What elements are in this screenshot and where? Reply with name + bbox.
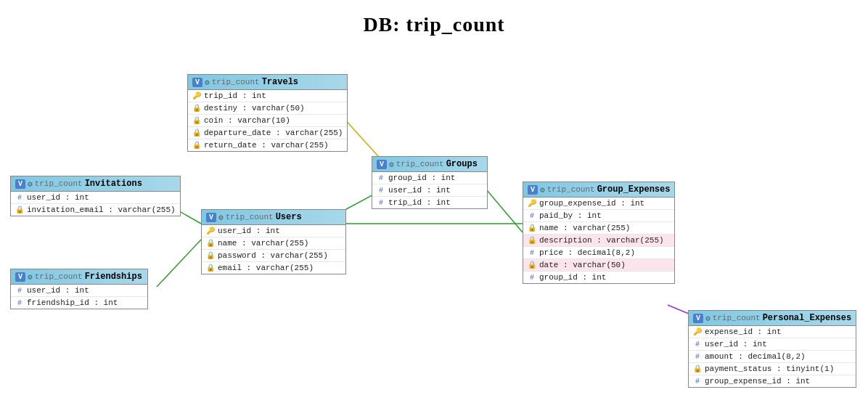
table-row: 🔒 name : varchar(255)	[202, 237, 345, 250]
field-text: coin : varchar(10)	[204, 116, 290, 125]
hash-icon: #	[15, 299, 24, 307]
table-row: 🔒 password : varchar(255)	[202, 250, 345, 262]
table-name: Group_Expenses	[597, 184, 671, 195]
gear-icon: ⚙	[540, 185, 545, 195]
field-text: return_date : varchar(255)	[204, 141, 329, 150]
table-row: # group_id : int	[523, 272, 674, 283]
schema-name: trip_count	[547, 185, 595, 194]
gear-icon: ⚙	[205, 78, 210, 87]
table-row: # friendship_id : int	[11, 297, 147, 309]
table-row: 🔒 date : varchar(50)	[523, 259, 674, 272]
hash-icon: #	[15, 194, 24, 202]
schema-name: trip_count	[396, 160, 444, 168]
field-text: user_id : int	[218, 227, 280, 235]
lock-icon: 🔒	[15, 205, 24, 214]
v-badge: V	[206, 213, 216, 222]
field-text: password : varchar(255)	[218, 251, 328, 260]
hash-icon: #	[377, 174, 385, 182]
field-text: payment_status : tinyint(1)	[705, 365, 834, 373]
table-row: # user_id : int	[372, 184, 487, 197]
hash-icon: #	[528, 274, 536, 282]
field-text: amount : decimal(8,2)	[705, 352, 806, 361]
field-text: user_id : int	[388, 186, 451, 195]
lock-icon: 🔒	[693, 365, 702, 373]
table-row: # group_id : int	[372, 172, 487, 184]
table-name: Personal_Expenses	[763, 313, 851, 323]
hash-icon: #	[377, 187, 385, 195]
table-row: # user_id : int	[689, 338, 856, 351]
field-text: description : varchar(255)	[539, 236, 664, 245]
v-badge: V	[528, 185, 538, 195]
group-expenses-header: V ⚙ trip_count Group_Expenses	[523, 182, 674, 198]
gear-icon: ⚙	[218, 213, 224, 222]
table-row: 🔒 name : varchar(255)	[523, 222, 674, 235]
gear-icon: ⚙	[28, 272, 33, 282]
schema-name: trip_count	[35, 179, 83, 188]
schema-name: trip_count	[35, 272, 83, 281]
hash-icon: #	[528, 249, 536, 257]
table-name: Users	[276, 212, 302, 222]
hash-icon: #	[693, 341, 702, 349]
hash-icon: #	[693, 353, 702, 361]
table-name: Invitations	[85, 179, 142, 189]
table-row: 🔒 payment_status : tinyint(1)	[689, 363, 856, 375]
invitations-header: V ⚙ trip_count Invitations	[11, 176, 180, 192]
friendships-header: V ⚙ trip_count Friendships	[11, 269, 147, 285]
page-title: DB: trip_count	[0, 0, 868, 36]
v-badge: V	[693, 314, 703, 323]
field-text: departure_date : varchar(255)	[204, 129, 343, 137]
table-row: # price : decimal(8,2)	[523, 247, 674, 259]
hash-icon: #	[528, 212, 536, 220]
schema-name: trip_count	[713, 314, 761, 322]
table-row: 🔑 group_expense_id : int	[523, 198, 674, 210]
table-row: 🔒 coin : varchar(10)	[188, 115, 347, 127]
diagram-area: V ⚙ trip_count Travels 🔑 trip_id : int 🔒…	[0, 44, 868, 395]
lock-icon: 🔒	[192, 104, 201, 113]
table-row: 🔒 destiny : varchar(50)	[188, 102, 347, 115]
key-icon: 🔑	[528, 199, 536, 208]
table-name: Travels	[262, 77, 298, 87]
lock-icon: 🔒	[528, 236, 536, 245]
users-header: V ⚙ trip_count Users	[202, 210, 345, 225]
groups-table: V ⚙ trip_count Groups # group_id : int #…	[372, 156, 488, 209]
v-badge: V	[15, 272, 25, 282]
gear-icon: ⚙	[389, 160, 394, 169]
field-text: name : varchar(255)	[218, 239, 308, 248]
travels-table: V ⚙ trip_count Travels 🔑 trip_id : int 🔒…	[187, 74, 348, 152]
lock-icon: 🔒	[192, 116, 201, 125]
friendships-table: V ⚙ trip_count Friendships # user_id : i…	[10, 269, 148, 309]
personal-expenses-header: V ⚙ trip_count Personal_Expenses	[689, 311, 856, 326]
lock-icon: 🔒	[528, 224, 536, 232]
key-icon: 🔑	[192, 91, 201, 100]
hash-icon: #	[15, 287, 24, 295]
gear-icon: ⚙	[28, 179, 33, 189]
v-badge: V	[192, 78, 202, 87]
travels-header: V ⚙ trip_count Travels	[188, 75, 347, 90]
field-text: price : decimal(8,2)	[539, 248, 635, 257]
table-row: # user_id : int	[11, 192, 180, 204]
field-text: group_expense_id : int	[539, 199, 644, 208]
key-icon: 🔑	[693, 327, 702, 336]
field-text: name : varchar(255)	[539, 224, 630, 232]
groups-header: V ⚙ trip_count Groups	[372, 157, 487, 172]
field-text: invitation_email : varchar(255)	[27, 205, 176, 214]
field-text: trip_id : int	[204, 91, 266, 100]
field-text: paid_by : int	[539, 211, 602, 220]
field-text: destiny : varchar(50)	[204, 104, 305, 113]
field-text: expense_id : int	[705, 327, 782, 336]
users-table: V ⚙ trip_count Users 🔑 user_id : int 🔒 n…	[201, 209, 346, 274]
v-badge: V	[377, 160, 387, 169]
table-name: Friendships	[85, 272, 142, 282]
lock-icon: 🔒	[206, 239, 215, 248]
table-row: 🔒 departure_date : varchar(255)	[188, 127, 347, 139]
table-row: # group_expense_id : int	[689, 375, 856, 387]
hash-icon: #	[693, 378, 702, 386]
personal-expenses-table: V ⚙ trip_count Personal_Expenses 🔑 expen…	[688, 310, 856, 388]
table-row: 🔒 description : varchar(255)	[523, 235, 674, 247]
table-row: # paid_by : int	[523, 210, 674, 222]
table-row: # user_id : int	[11, 285, 147, 297]
table-row: 🔑 expense_id : int	[689, 326, 856, 338]
group-expenses-table: V ⚙ trip_count Group_Expenses 🔑 group_ex…	[523, 182, 675, 284]
field-text: group_id : int	[539, 273, 606, 282]
field-text: email : varchar(255)	[218, 264, 314, 272]
